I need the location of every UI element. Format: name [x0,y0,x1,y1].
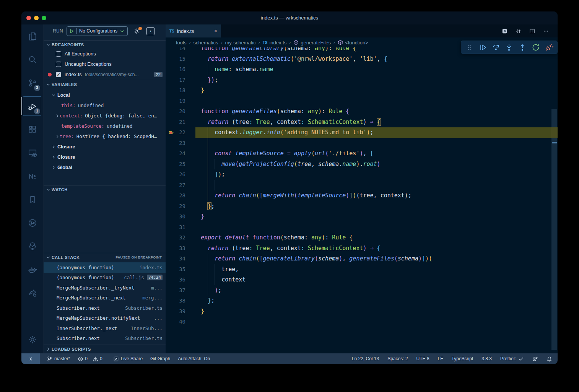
code-line-36[interactable]: 36 context [166,275,558,285]
code-line-40[interactable]: 40 [166,317,558,327]
line-number[interactable]: 40 [166,317,185,327]
variables-scope-row[interactable]: Closure [44,142,166,152]
activity-item-nx-console[interactable] [21,164,43,188]
code-editor[interactable]: 14function generateLibrary(schema: any):… [166,47,558,353]
configure-launch-button[interactable] [133,28,140,35]
activity-item-manage[interactable] [21,328,43,351]
code-line-38[interactable]: 38 }; [166,296,558,306]
breakpoint-checkbox[interactable]: ✓ [56,72,61,77]
variable-row[interactable]: templateSource:undefined [44,121,166,131]
code-line-32[interactable]: 32export default function(schema: any): … [166,233,558,243]
status-notifications[interactable] [546,353,553,364]
line-number[interactable]: 23 [166,138,185,149]
code-line-31[interactable]: 31 [166,222,558,233]
breadcrumb-item-schematics[interactable]: schematics [193,40,218,46]
scrollbar-slider[interactable] [551,109,557,350]
split-editor-icon[interactable] [529,28,535,34]
status-feedback[interactable] [532,353,539,364]
compare-changes-icon[interactable] [515,28,522,34]
status-prettier[interactable]: Prettier: [499,353,525,364]
status-remote-indicator[interactable] [21,353,40,364]
code-line-27[interactable]: 27 [166,180,558,191]
status-git-branch[interactable]: master* [46,353,71,364]
code-line-37[interactable]: 37 ); [166,285,558,296]
activity-item-todo-tree[interactable] [21,234,43,258]
line-number[interactable]: 19 [166,96,185,107]
call-stack-frame[interactable]: (anonymous function)index.ts [44,262,166,273]
activity-item-remote-explorer[interactable] [21,141,43,164]
breakpoints-section-header[interactable]: BREAKPOINTS [44,40,166,49]
activity-item-bookmarks[interactable] [21,188,43,211]
status-indentation[interactable]: Spaces: 2 [387,353,408,364]
activity-item-search[interactable] [21,48,43,71]
status-ts-version[interactable]: 3.8.3 [481,353,493,364]
variable-row[interactable]: tree:HostTree {_backend: ScopedH… [44,131,166,142]
call-stack-frame[interactable]: MergeMapSubscriber._nextmerg... [44,293,166,303]
code-line-25[interactable]: 25 move(getProjectConfig(tree, schema.na… [166,159,558,170]
step-over-button[interactable] [491,43,501,52]
close-tab-icon[interactable]: × [214,28,217,34]
activity-item-source-control[interactable]: 3 [21,71,43,94]
code-line-16[interactable]: 16 name: schema.name [166,64,558,75]
variables-scope-row[interactable]: Closure [44,152,166,162]
status-encoding[interactable]: UTF-8 [416,353,430,364]
breadcrumb-item-tools[interactable]: tools [176,40,186,46]
tab-index-ts[interactable]: TS index.ts × [166,24,221,37]
drag-handle-button[interactable] [465,43,474,52]
activity-item-git-graph[interactable] [21,211,43,234]
code-line-30[interactable]: 30} [166,211,558,222]
more-actions-icon[interactable] [543,28,549,34]
launch-configuration-dropdown[interactable]: No Configurations [67,26,128,36]
code-line-29[interactable]: 29 }; [166,201,558,212]
variable-row[interactable]: context:Object {debug: false, en… [44,111,166,121]
activity-item-live-share[interactable] [21,281,43,304]
activity-item-explorer[interactable] [21,24,43,48]
code-line-24[interactable]: 24 const templateSource = apply(url('./f… [166,148,558,159]
call-stack-frame[interactable]: MergeMapSubscriber._tryNextm... [44,283,166,293]
disconnect-button[interactable] [545,43,554,52]
code-line-23[interactable]: 23 [166,138,558,149]
restart-button[interactable] [531,43,540,52]
call-stack-frame[interactable]: InnerSubscriber._nextInnerSub... [44,323,166,333]
breadcrumb-item-index-ts[interactable]: TSindex.ts [263,40,287,46]
call-stack-frame[interactable]: Subscriber.nextSubscriber.ts [44,303,166,313]
scrollbar[interactable] [551,24,558,353]
activity-item-extensions[interactable] [21,118,43,141]
step-into-button[interactable] [504,43,514,52]
code-line-21[interactable]: 21 return (tree: Tree, context: Schemati… [166,117,558,128]
configuration-value[interactable]: No Configurations [79,28,117,34]
code-line-34[interactable]: 34 return chain([generateLibrary(schema)… [166,254,558,264]
call-stack-frame[interactable]: Subscriber.nextSubscriber.ts [44,333,166,344]
code-line-20[interactable]: 20function generateFiles(schema: any): R… [166,106,558,117]
breakpoint-checkbox[interactable] [56,62,61,67]
code-line-18[interactable]: 18} [166,85,558,96]
code-line-17[interactable]: 17 }); [166,75,558,86]
open-debug-console-button[interactable]: › [146,27,155,35]
breadcrumb-item-my-schematic[interactable]: my-schematic [225,40,256,46]
open-changes-icon[interactable] [501,28,508,34]
continue-button[interactable] [478,43,487,52]
loaded-scripts-section-header[interactable]: LOADED SCRIPTS [44,345,166,353]
call-stack-frame[interactable]: (anonymous function)call.js74:24 [44,273,166,283]
step-out-button[interactable] [518,43,527,52]
breadcrumb-item--function-[interactable]: <function> [338,40,368,46]
breakpoint-row[interactable]: All Exceptions [44,49,166,59]
status-auto-attach[interactable]: Auto Attach: On [177,353,211,364]
start-debug-icon[interactable] [69,29,74,34]
status-problems[interactable]: 00 [77,353,106,364]
code-line-15[interactable]: 15 return externalSchematic('@nrwl/works… [166,54,558,65]
line-number[interactable]: 31 [166,222,185,233]
status-git-graph[interactable]: Git Graph [150,353,171,364]
variables-scope-row[interactable]: Global [44,162,166,172]
status-language-mode[interactable]: TypeScript [451,353,474,364]
status-cursor-position[interactable]: Ln 22, Col 13 [351,353,380,364]
status-eol[interactable]: LF [437,353,444,364]
code-line-28[interactable]: 28 return chain([mergeWith(templateSourc… [166,190,558,201]
watch-section-header[interactable]: WATCH [44,185,166,194]
activity-item-docker[interactable] [21,258,43,281]
code-line-26[interactable]: 26 ]); [166,169,558,180]
status-live-share[interactable]: Live Share [112,353,143,364]
code-line-22[interactable]: 22 context.logger.info('adding NOTES.md … [166,127,558,138]
activity-item-run-and-debug[interactable]: 1 [21,94,43,118]
code-line-19[interactable]: 19 [166,96,558,107]
